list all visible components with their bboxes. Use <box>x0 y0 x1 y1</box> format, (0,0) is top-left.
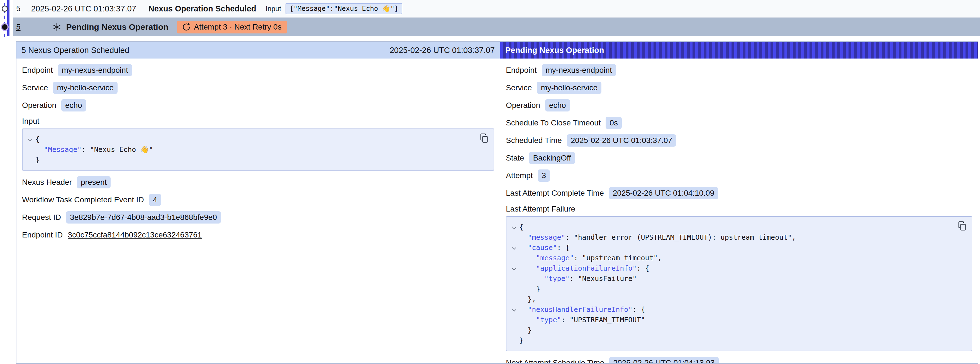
input-payload-chip: {"Message":"Nexus Echo 👋"} <box>286 3 402 14</box>
code-gutter <box>509 232 519 243</box>
collapse-chevron-icon[interactable] <box>509 304 519 315</box>
field-value-badge: BackingOff <box>529 152 575 164</box>
event-group-bar <box>7 0 10 36</box>
endpoint-id-link[interactable]: 3c0c75ccfa8144b092c13ce632463761 <box>68 230 202 239</box>
event-id-link[interactable]: 5 <box>16 4 21 13</box>
field-request-id: Request ID 3e829b7e-7d67-4b08-aad3-b1e86… <box>22 209 494 226</box>
code-line-text: } <box>519 325 532 335</box>
input-block-label: Input <box>22 114 494 128</box>
code-line-text: "applicationFailureInfo": { <box>519 263 649 273</box>
copy-icon[interactable] <box>479 133 489 144</box>
retry-badge-text: Attempt 3 · Next Retry 0s <box>194 22 282 32</box>
code-gutter <box>509 325 519 335</box>
left-panel-body: Endpoint my-nexus-endpoint Service my-he… <box>16 59 500 244</box>
collapse-chevron-icon[interactable] <box>509 222 519 232</box>
right-panel-header: Pending Nexus Operation <box>500 42 978 59</box>
code-gutter <box>509 294 519 304</box>
code-line-text: "message": "handler error (UPSTREAM_TIME… <box>519 232 796 243</box>
code-gutter <box>509 253 519 263</box>
field-label: Schedule To Close Timeout <box>506 118 601 128</box>
field-value-badge: my-hello-service <box>537 81 601 94</box>
event-id-link[interactable]: 5 <box>16 22 21 32</box>
field-value-badge: my-nexus-endpoint <box>542 64 616 77</box>
code-line-text: "message": "upstream timeout", <box>519 253 662 263</box>
field-label: Last Attempt Failure <box>506 204 575 214</box>
field-label: Endpoint ID <box>22 230 63 239</box>
right-panel-title: Pending Nexus Operation <box>505 46 604 55</box>
code-line-text: "nexusHandlerFailureInfo": { <box>519 304 645 315</box>
panel-pending-nexus-operation: Pending Nexus Operation Endpoint my-nexu… <box>500 42 978 363</box>
code-line-text: } <box>519 335 523 346</box>
field-label: Service <box>22 83 48 92</box>
field-value-badge: 2025-02-26 UTC 01:04:10.09 <box>609 187 718 199</box>
refresh-icon <box>182 23 191 31</box>
field-label: Input <box>22 117 39 126</box>
field-label: Request ID <box>22 213 61 222</box>
field-label: Endpoint <box>22 66 53 75</box>
field-next-attempt-schedule-time: Next Attempt Schedule Time 2025-02-26 UT… <box>506 354 972 364</box>
code-gutter <box>509 315 519 325</box>
field-nexus-header: Nexus Header present <box>22 173 494 191</box>
input-label: Input <box>266 5 282 13</box>
failure-code-block: { "message": "handler error (UPSTREAM_TI… <box>506 216 972 351</box>
collapse-chevron-icon[interactable] <box>509 263 519 273</box>
event-row-nexus-operation-scheduled[interactable]: 5 2025-02-26 UTC 01:03:37.07 Nexus Opera… <box>13 0 980 18</box>
code-gutter <box>509 335 519 346</box>
field-label: State <box>506 153 524 163</box>
field-label: Service <box>506 83 532 92</box>
left-panel-title: 5 Nexus Operation Scheduled <box>21 46 129 55</box>
field-label: Operation <box>506 101 540 110</box>
code-line-text: { <box>519 222 523 232</box>
left-panel-time: 2025-02-26 UTC 01:03:37.07 <box>390 46 495 55</box>
field-operation: Operation echo <box>22 96 494 114</box>
code-line-text: "cause": { <box>519 243 570 253</box>
copy-icon[interactable] <box>957 221 967 232</box>
code-line-text: }, <box>519 294 536 304</box>
code-gutter <box>25 155 35 165</box>
field-value-badge: 2025-02-26 UTC 01:03:37.07 <box>567 134 676 147</box>
panel-nexus-operation-scheduled: 5 Nexus Operation Scheduled 2025-02-26 U… <box>16 42 500 363</box>
event-detail-container: 5 Nexus Operation Scheduled 2025-02-26 U… <box>16 41 978 364</box>
code-line-text: } <box>35 155 40 165</box>
timeline-filled-circle-icon <box>2 24 8 30</box>
field-endpoint-id: Endpoint ID 3c0c75ccfa8144b092c13ce63246… <box>22 226 494 244</box>
retry-status-badge: Attempt 3 · Next Retry 0s <box>177 21 286 34</box>
field-schedule-to-close-timeout: Schedule To Close Timeout 0s <box>506 114 972 132</box>
field-workflow-task-completed-event-id: Workflow Task Completed Event ID 4 <box>22 191 494 209</box>
event-row-pending-nexus-operation[interactable]: 5 Pending Nexus Operation Attempt 3 · Ne… <box>13 18 980 36</box>
field-value-badge: 2025-02-26 UTC 01:04:13.93 <box>609 357 718 364</box>
field-label: Next Attempt Schedule Time <box>506 358 604 364</box>
last-attempt-failure-label: Last Attempt Failure <box>506 202 972 216</box>
field-value-badge: my-hello-service <box>53 81 118 94</box>
field-label: Scheduled Time <box>506 136 562 145</box>
code-line-text: "type": "NexusFailure" <box>519 273 636 284</box>
field-service: Service my-hello-service <box>506 79 972 96</box>
field-value-badge: 3e829b7e-7d67-4b08-aad3-b1e868bfe9e0 <box>66 211 221 224</box>
field-value-badge: 0s <box>606 117 622 129</box>
field-endpoint: Endpoint my-nexus-endpoint <box>506 61 972 79</box>
field-operation: Operation echo <box>506 96 972 114</box>
field-value-badge: echo <box>545 99 570 112</box>
code-line-text: "type": "UPSTREAM_TIMEOUT" <box>519 315 645 325</box>
field-attempt: Attempt 3 <box>506 167 972 184</box>
field-service: Service my-hello-service <box>22 79 494 96</box>
field-scheduled-time: Scheduled Time 2025-02-26 UTC 01:03:37.0… <box>506 132 972 149</box>
event-timeline <box>0 0 13 42</box>
collapse-chevron-icon[interactable] <box>25 134 35 144</box>
field-value-badge: echo <box>61 99 86 112</box>
field-label: Endpoint <box>506 66 537 75</box>
pending-event-title: Pending Nexus Operation <box>66 22 169 32</box>
input-code-block: { "Message": "Nexus Echo 👋"} <box>22 128 494 171</box>
code-line-text: { <box>35 134 40 144</box>
event-timestamp: 2025-02-26 UTC 01:03:37.07 <box>31 4 136 13</box>
code-gutter <box>509 273 519 284</box>
collapse-chevron-icon[interactable] <box>509 243 519 253</box>
field-label: Nexus Header <box>22 178 72 187</box>
event-title: Nexus Operation Scheduled <box>148 4 256 13</box>
field-endpoint: Endpoint my-nexus-endpoint <box>22 61 494 79</box>
field-value-badge: 3 <box>538 169 550 182</box>
field-label: Operation <box>22 101 56 110</box>
left-panel-header: 5 Nexus Operation Scheduled 2025-02-26 U… <box>16 42 500 59</box>
code-gutter <box>509 284 519 294</box>
timeline-open-circle-icon <box>2 6 8 12</box>
